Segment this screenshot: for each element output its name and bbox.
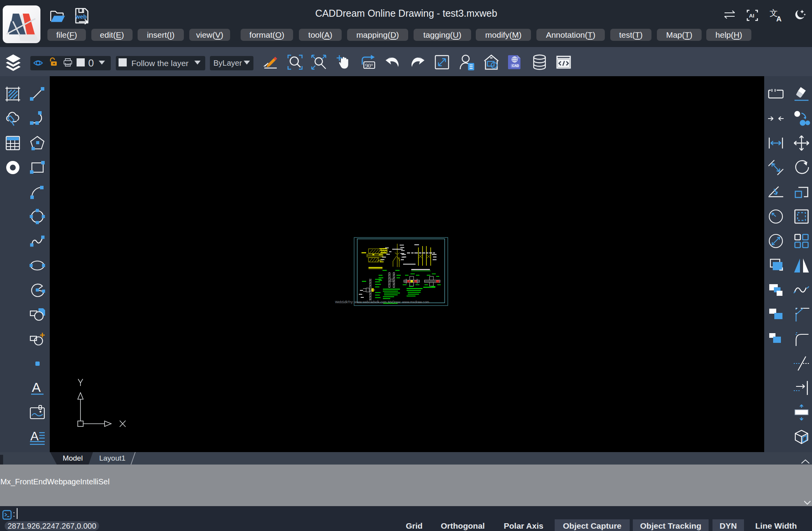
svg-text:web: web <box>75 13 87 20</box>
svg-text:WebSdkTry: www.webcadsdk.com,M: WebSdkTry: www.webcadsdk.com,MxDraw: www… <box>335 300 429 304</box>
svg-text:CAD: CAD <box>512 64 519 68</box>
svg-text:90°: 90° <box>365 63 374 69</box>
svg-text:AI: AI <box>749 13 754 19</box>
svg-text:A: A <box>776 15 782 22</box>
svg-text:A: A <box>30 429 39 443</box>
svg-text:A: A <box>32 380 41 395</box>
